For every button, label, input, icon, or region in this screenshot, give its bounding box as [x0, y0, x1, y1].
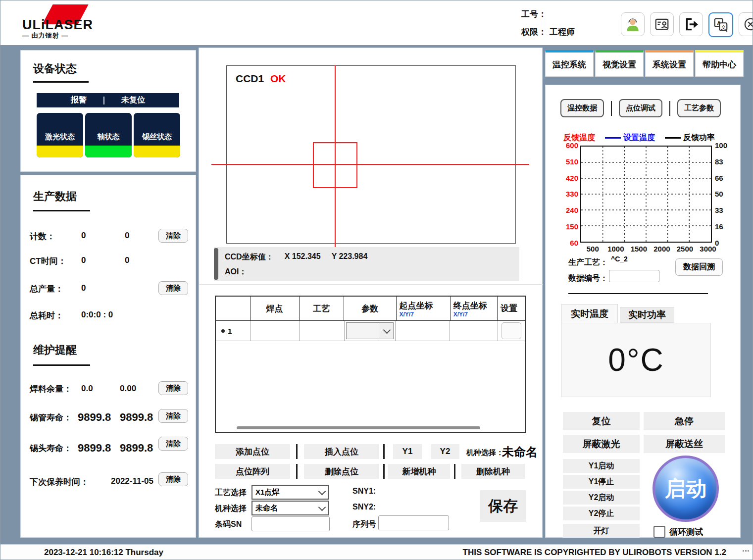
data-backtrack-button[interactable]: 数据回溯	[675, 258, 723, 276]
save-button[interactable]: 保存	[480, 490, 526, 522]
ccd-coord-y: Y 223.984	[332, 252, 368, 262]
clear-total-output-button[interactable]: 清除	[158, 281, 188, 295]
y2-start-button[interactable]: Y2启动	[563, 491, 640, 505]
close-app-button[interactable]	[739, 12, 753, 36]
divider	[568, 293, 708, 294]
clear-count-button[interactable]: 清除	[158, 229, 188, 243]
cycle-test-checkbox[interactable]	[653, 526, 665, 538]
clear-maintain-button[interactable]: 清除	[158, 472, 188, 486]
alarm-label: 报警	[71, 95, 87, 105]
wire-status-lamp	[134, 146, 180, 157]
start-coord-sub-label: X/Y/7	[400, 311, 447, 317]
y-right-tick: 66	[715, 174, 733, 182]
barcode-sn-input[interactable]	[251, 516, 330, 531]
parameter-dropdown[interactable]	[346, 322, 394, 339]
alarm-status-bar: 报警 未复位	[37, 93, 179, 107]
ct-time-value-1: 0	[81, 255, 86, 265]
solder-remain-value-1: 0.0	[81, 384, 93, 394]
end-coord-cell[interactable]	[450, 321, 498, 341]
serial-label: 序列号	[352, 519, 376, 530]
y2-button[interactable]: Y2	[431, 444, 459, 459]
process-param-button[interactable]: 工艺参数	[677, 99, 721, 117]
weld-point-cell[interactable]	[251, 321, 300, 341]
user-avatar-button[interactable]	[621, 12, 645, 36]
parameter-cell	[345, 321, 396, 341]
ccd-camera-label: CCD1	[236, 73, 264, 85]
laser-status-card[interactable]: 激光状态	[37, 113, 83, 157]
reset-button[interactable]: 复位	[563, 412, 640, 430]
device-status-title: 设备状态	[33, 61, 77, 76]
table-row[interactable]: 1	[216, 321, 525, 341]
delete-model-button[interactable]: 删除机种	[461, 464, 525, 479]
y-right-tick: 33	[715, 206, 733, 214]
total-output-label: 总产量：	[30, 283, 63, 295]
title-underline	[33, 364, 90, 366]
table-header-row: 焊点 工艺 参数 起点坐标 X/Y/7 终点坐标 X/Y/7 设置	[216, 297, 525, 321]
tab-realtime-temperature[interactable]: 实时温度	[561, 304, 618, 323]
start-coord-cell[interactable]	[396, 321, 450, 341]
row-settings-button[interactable]	[502, 322, 521, 339]
y1-button[interactable]: Y1	[393, 444, 422, 459]
tab-realtime-power[interactable]: 实时功率	[620, 307, 674, 323]
mask-wire-button[interactable]: 屏蔽送丝	[644, 435, 725, 453]
estop-button[interactable]: 急停	[644, 412, 725, 430]
y-left-tick: 330	[566, 190, 578, 198]
clear-tin-head-button[interactable]: 清除	[158, 437, 188, 451]
id-badge-icon	[654, 16, 670, 32]
col-parameter: 参数	[344, 297, 397, 320]
data-number-input[interactable]	[609, 270, 659, 282]
sny2-label: SNY2:	[352, 503, 376, 511]
model-select[interactable]: 未命名	[251, 501, 329, 515]
wire-status-card[interactable]: 锡丝状态	[134, 113, 180, 157]
header: ULiLASER — 由力镭射 — 工号： 权限： 工程师	[0, 0, 753, 45]
y-right-tick: 83	[715, 158, 733, 165]
total-time-label: 总耗时：	[30, 310, 63, 321]
temperature-value: 0°C	[608, 342, 664, 378]
employee-id-label: 工号：	[521, 8, 547, 20]
row-marker-dot	[221, 329, 225, 333]
total-time-value: 0:0:0 : 0	[81, 310, 113, 320]
serial-input[interactable]	[378, 515, 449, 530]
light-on-button[interactable]: 开灯	[563, 524, 640, 538]
start-button[interactable]: 启动	[653, 456, 719, 522]
title-underline	[33, 81, 89, 83]
point-array-button[interactable]: 点位阵列	[215, 464, 290, 479]
logout-button[interactable]	[679, 12, 703, 36]
point-debug-button[interactable]: 点位调试	[619, 99, 662, 117]
permission-label: 权限：	[521, 26, 547, 38]
tab-help-center[interactable]: 帮助中心	[695, 50, 744, 77]
clear-tin-tube-button[interactable]: 清除	[158, 409, 188, 423]
mask-laser-button[interactable]: 屏蔽激光	[563, 435, 640, 453]
y2-stop-button[interactable]: Y2停止	[563, 507, 640, 520]
solder-remain-label: 焊料余量：	[30, 383, 72, 395]
count-value-2: 0	[125, 231, 129, 241]
add-point-button[interactable]: 添加点位	[215, 444, 290, 459]
delete-point-button[interactable]: 删除点位	[304, 464, 379, 479]
process-select[interactable]: X1点焊	[251, 485, 329, 500]
ccd-camera-view: CCD1 OK	[226, 65, 516, 244]
axis-status-label: 轴状态	[85, 113, 132, 146]
add-model-button[interactable]: 新增机种	[388, 464, 450, 479]
ct-time-value-2: 0	[125, 255, 129, 265]
clear-solder-button[interactable]: 清除	[158, 381, 188, 395]
insert-point-button[interactable]: 插入点位	[304, 444, 379, 459]
y1-start-button[interactable]: Y1启动	[563, 459, 640, 473]
center-panel: CCD1 OK CCD坐标值： X 152.345 Y 223.984 AOI：…	[199, 48, 543, 538]
y1-stop-button[interactable]: Y1停止	[563, 475, 640, 489]
axis-status-card[interactable]: 轴状态	[85, 113, 132, 157]
col-process: 工艺	[300, 297, 344, 320]
temperature-data-button[interactable]: 温控数据	[560, 99, 604, 117]
chart-x-labels: 50010001500200025003000	[580, 245, 712, 254]
table-horizontal-scrollbar[interactable]	[237, 426, 480, 429]
language-switch-button[interactable]: A 文	[708, 12, 733, 37]
operator-info-button[interactable]	[650, 12, 674, 36]
not-reset-label: 未复位	[121, 95, 145, 105]
legend-item: 设置温度	[605, 133, 655, 143]
tab-temperature-system[interactable]: 温控系统	[545, 50, 594, 77]
tab-vision-settings[interactable]: 视觉设置	[595, 50, 644, 77]
resize-grip[interactable]	[742, 550, 750, 552]
process-cell[interactable]	[300, 321, 345, 341]
tab-system-settings[interactable]: 系统设置	[645, 50, 694, 77]
legend-line-swatch	[605, 137, 621, 139]
chart-plot	[580, 146, 712, 243]
